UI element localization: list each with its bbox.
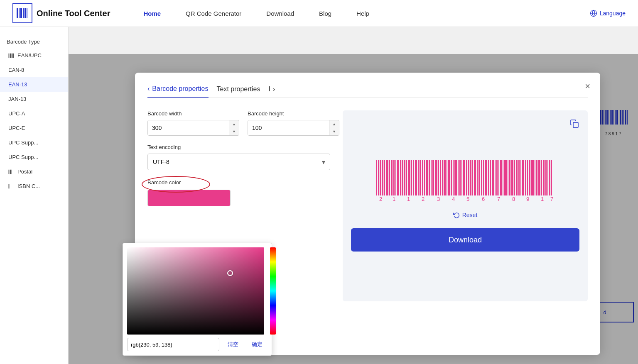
sidebar-item-isbn[interactable]: ISBN C...	[0, 179, 68, 193]
svg-rect-4	[25, 8, 26, 18]
tab-text-properties[interactable]: Text properties	[217, 86, 260, 97]
logo-area: Online Tool Center	[12, 3, 110, 23]
svg-text:6: 6	[482, 196, 485, 202]
barcode-width-input[interactable]	[148, 120, 229, 135]
svg-rect-53	[404, 160, 405, 195]
svg-rect-8	[9, 53, 9, 58]
svg-rect-41	[378, 160, 379, 195]
gradient-canvas[interactable]	[127, 247, 264, 335]
svg-rect-96	[498, 160, 499, 195]
svg-rect-91	[488, 160, 489, 195]
gradient-dark-overlay	[127, 247, 264, 335]
sidebar-item-upc-supp1[interactable]: UPC Supp...	[0, 135, 68, 150]
width-decrement-button[interactable]: ▼	[229, 128, 239, 136]
svg-rect-99	[504, 160, 507, 195]
reset-button[interactable]: Reset	[453, 212, 478, 218]
color-picker-area[interactable]	[127, 247, 267, 335]
nav-qr[interactable]: QR Code Generator	[186, 10, 241, 17]
svg-rect-89	[483, 160, 484, 195]
color-clear-button[interactable]: 清空	[223, 338, 243, 351]
svg-rect-59	[418, 160, 419, 195]
tab-next-icon: ›	[273, 86, 275, 93]
height-input-wrap: ▲ ▼	[248, 120, 339, 136]
sidebar-item-label-isbn: ISBN C...	[17, 183, 40, 189]
svg-rect-105	[518, 160, 520, 195]
right-panel: 2 1 1 2 3 4 5 6 7 8 9 1	[343, 110, 588, 301]
svg-rect-81	[466, 160, 467, 195]
encoding-select[interactable]: UTF-8 ASCII ISO-8859-1	[147, 154, 330, 170]
nav-download[interactable]: Download	[266, 10, 294, 17]
svg-rect-111	[531, 160, 534, 195]
width-increment-button[interactable]: ▲	[229, 120, 239, 128]
barcode-height-input[interactable]	[248, 120, 329, 135]
svg-text:7: 7	[497, 196, 500, 202]
globe-icon	[590, 10, 597, 17]
svg-rect-47	[391, 160, 393, 195]
svg-rect-84	[472, 160, 473, 195]
sidebar-item-upca[interactable]: UPC-A	[0, 106, 68, 121]
download-button[interactable]: Download	[351, 228, 579, 252]
svg-rect-94	[495, 160, 496, 195]
sidebar-item-upc-supp2[interactable]: UPC Supp...	[0, 150, 68, 164]
svg-rect-60	[420, 160, 421, 195]
height-spinners: ▲ ▼	[329, 120, 339, 135]
language-label[interactable]: Language	[600, 10, 626, 17]
tab-barcode-properties[interactable]: ‹ Barcode properties	[147, 85, 209, 98]
svg-rect-88	[481, 160, 482, 195]
language-selector[interactable]: Language	[590, 10, 626, 17]
svg-rect-71	[444, 160, 446, 195]
sidebar-item-jan13[interactable]: JAN-13	[0, 92, 68, 106]
svg-rect-19	[10, 184, 10, 188]
copy-svg	[569, 119, 579, 129]
content-area: 7 8 9 1 7 d × ‹ Barcode properties Text …	[69, 27, 638, 364]
modal-close-button[interactable]: ×	[585, 81, 590, 92]
tab-prev-icon: ‹	[147, 85, 150, 93]
color-hex-input[interactable]	[127, 338, 219, 351]
svg-rect-18	[9, 184, 9, 188]
svg-rect-72	[447, 160, 447, 195]
svg-rect-57	[413, 160, 414, 195]
color-section: Barcode color	[147, 178, 330, 206]
sidebar-item-ean8[interactable]: EAN-8	[0, 63, 68, 77]
height-increment-button[interactable]: ▲	[329, 120, 339, 128]
svg-rect-16	[10, 169, 11, 174]
svg-rect-14	[9, 169, 9, 174]
barcode-image: 2 1 1 2 3 4 5 6 7 8 9 1	[372, 160, 559, 202]
sidebar-section-title: Barcode Type	[0, 35, 68, 48]
svg-rect-73	[448, 160, 450, 195]
sidebar-item-ean13[interactable]: EAN-13	[0, 77, 68, 92]
nav-links: Home QR Code Generator Download Blog Hel…	[143, 10, 589, 17]
width-field-group: Barcode width ▲ ▼	[147, 110, 239, 136]
height-decrement-button[interactable]: ▼	[329, 128, 339, 136]
sidebar-item-upce[interactable]: UPC-E	[0, 121, 68, 135]
svg-rect-64	[429, 160, 430, 195]
encoding-select-wrap: UTF-8 ASCII ISO-8859-1 ▾	[147, 154, 330, 170]
svg-text:1: 1	[407, 196, 410, 202]
svg-rect-50	[397, 160, 399, 195]
tab-cursor[interactable]: I ›	[268, 86, 275, 97]
svg-rect-58	[415, 160, 417, 195]
sidebar-item-label-postal: Postal	[17, 169, 32, 175]
nav-help[interactable]: Help	[356, 10, 369, 17]
svg-rect-97	[500, 160, 502, 195]
barcode-preview: 2 1 1 2 3 4 5 6 7 8 9 1	[372, 160, 559, 218]
svg-rect-9	[10, 53, 10, 58]
svg-text:2: 2	[379, 196, 382, 202]
encoding-section: Text encoding UTF-8 ASCII ISO-8859-1 ▾	[147, 144, 330, 170]
nav-home[interactable]: Home	[143, 10, 161, 17]
dimensions-row: Barcode width ▲ ▼ Barcode height	[147, 110, 330, 136]
sidebar-item-postal[interactable]: Postal	[0, 164, 68, 179]
svg-rect-15	[10, 169, 10, 174]
svg-rect-61	[422, 160, 423, 195]
svg-rect-86	[477, 160, 478, 195]
copy-icon[interactable]	[568, 117, 581, 130]
nav-blog[interactable]: Blog	[319, 10, 331, 17]
color-confirm-button[interactable]: 确定	[247, 338, 267, 351]
svg-rect-42	[380, 160, 381, 195]
color-swatch[interactable]	[147, 190, 231, 206]
sidebar-item-label-upca: UPC-A	[8, 110, 25, 117]
svg-rect-103	[514, 160, 515, 195]
hue-bar[interactable]	[270, 247, 276, 335]
svg-rect-43	[382, 160, 383, 195]
sidebar-item-ean-upc[interactable]: EAN/UPC	[0, 48, 68, 63]
